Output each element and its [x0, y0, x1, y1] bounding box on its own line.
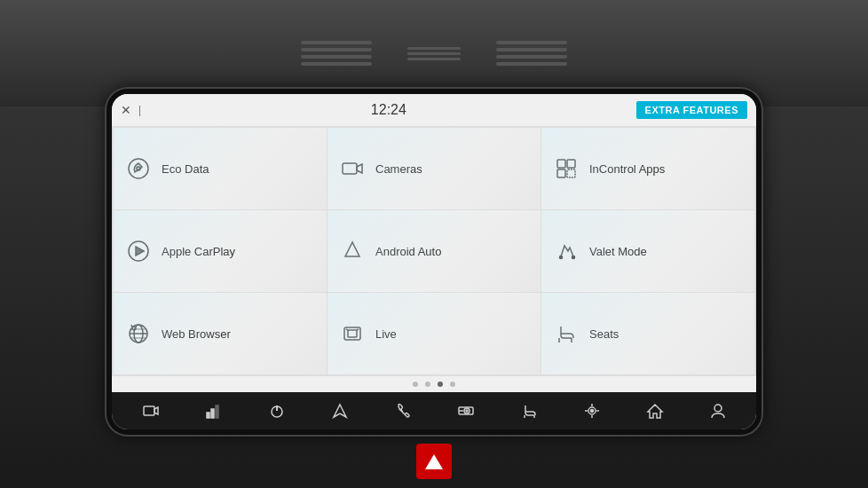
svg-line-22 — [357, 329, 359, 330]
climate-toolbar-btn[interactable] — [579, 397, 605, 424]
svg-marker-10 — [345, 242, 359, 256]
svg-rect-26 — [211, 409, 214, 418]
svg-rect-7 — [567, 169, 575, 177]
left-vent — [301, 41, 372, 66]
valet-icon — [552, 237, 580, 265]
menu-item-cameras[interactable]: Cameras — [327, 128, 541, 209]
profile-toolbar-btn[interactable] — [705, 397, 731, 424]
power-toolbar-btn[interactable] — [264, 397, 290, 424]
header-left: ✕ | — [121, 103, 141, 117]
svg-point-12 — [572, 256, 575, 259]
hazard-button[interactable] — [416, 444, 452, 479]
camera-toolbar-btn[interactable] — [138, 397, 164, 424]
eco-data-label: Eco Data — [162, 162, 209, 176]
dot-1[interactable] — [413, 382, 418, 387]
bottom-area — [0, 435, 868, 488]
signal-toolbar-btn[interactable] — [201, 397, 227, 424]
svg-rect-2 — [343, 163, 357, 174]
media-toolbar-btn[interactable] — [453, 397, 479, 424]
svg-marker-3 — [357, 164, 362, 173]
seats-icon — [552, 319, 580, 348]
menu-item-valet-mode[interactable]: Valet Mode — [541, 210, 754, 292]
live-label: Live — [375, 327, 397, 341]
svg-point-44 — [714, 405, 722, 412]
eco-icon — [124, 154, 153, 183]
camera-icon — [338, 154, 367, 183]
nav-toolbar-btn[interactable] — [327, 397, 353, 424]
android-auto-label: Android Auto — [375, 245, 441, 258]
svg-marker-24 — [154, 407, 158, 414]
seat-toolbar-btn[interactable] — [516, 397, 542, 424]
dot-4[interactable] — [450, 382, 455, 387]
svg-point-34 — [466, 410, 468, 412]
svg-rect-20 — [348, 330, 357, 337]
apps-icon — [552, 154, 580, 183]
screen-header: ✕ | 12:24 EXTRA FEATURES — [112, 94, 756, 126]
svg-point-11 — [560, 256, 563, 259]
hazard-icon — [425, 454, 443, 469]
svg-rect-4 — [557, 160, 565, 168]
menu-item-seats[interactable]: Seats — [541, 293, 754, 374]
dot-2[interactable] — [425, 382, 430, 387]
svg-line-21 — [346, 329, 348, 330]
right-vent — [496, 41, 567, 66]
phone-toolbar-btn[interactable] — [390, 397, 416, 424]
svg-point-38 — [590, 410, 593, 413]
menu-grid: Eco Data Cameras — [112, 126, 756, 376]
screen: ✕ | 12:24 EXTRA FEATURES — [112, 94, 756, 429]
dot-3[interactable] — [438, 382, 443, 387]
apple-carplay-label: Apple CarPlay — [162, 245, 235, 258]
valet-mode-label: Valet Mode — [589, 245, 647, 258]
carplay-icon — [124, 237, 153, 265]
live-icon — [338, 319, 367, 348]
android-icon — [338, 237, 367, 265]
menu-item-web-browser[interactable]: Web Browser — [114, 293, 327, 374]
svg-rect-23 — [144, 406, 154, 415]
home-toolbar-btn[interactable] — [642, 397, 668, 424]
car-surround: ✕ | 12:24 EXTRA FEATURES — [0, 0, 868, 488]
cameras-label: Cameras — [375, 162, 422, 176]
svg-rect-27 — [216, 405, 218, 418]
browser-icon — [124, 319, 153, 348]
bottom-toolbar — [112, 392, 756, 429]
svg-rect-25 — [207, 413, 209, 418]
web-browser-label: Web Browser — [162, 327, 231, 341]
menu-item-incontrol-apps[interactable]: InControl Apps — [541, 128, 754, 209]
page-dots — [112, 376, 756, 392]
clock-display: 12:24 — [141, 102, 635, 118]
seats-label: Seats — [589, 327, 619, 341]
svg-rect-5 — [567, 160, 575, 168]
menu-item-android-auto[interactable]: Android Auto — [327, 210, 541, 292]
incontrol-apps-label: InControl Apps — [589, 162, 665, 176]
svg-marker-43 — [648, 405, 662, 418]
svg-marker-30 — [334, 405, 346, 417]
menu-item-apple-carplay[interactable]: Apple CarPlay — [114, 210, 327, 292]
svg-rect-6 — [557, 169, 565, 177]
menu-item-eco-data[interactable]: Eco Data — [114, 128, 327, 209]
center-vent — [407, 47, 461, 60]
svg-marker-9 — [136, 247, 144, 256]
extra-features-badge[interactable]: EXTRA FEATURES — [636, 101, 747, 119]
menu-item-live[interactable]: Live — [327, 293, 541, 374]
screen-bezel: ✕ | 12:24 EXTRA FEATURES — [107, 89, 761, 435]
back-icon[interactable]: ✕ — [121, 103, 131, 117]
